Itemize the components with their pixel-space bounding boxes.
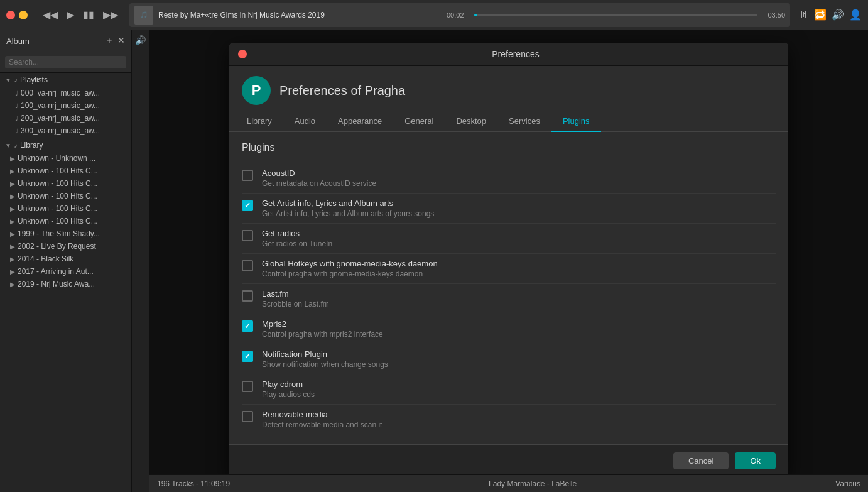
- repeat-icon[interactable]: 🔁: [814, 9, 827, 21]
- tab-desktop[interactable]: Desktop: [445, 111, 497, 132]
- library-icon-2: ▶: [10, 180, 15, 187]
- library-item-6[interactable]: ▶ 1999 - The Slim Shady...: [0, 227, 131, 240]
- plugin-name-3: Global Hotkeys with gnome-media-keys dae…: [262, 259, 776, 268]
- user-icon[interactable]: 👤: [849, 9, 862, 21]
- equalizer-icon[interactable]: 🎚: [799, 9, 809, 21]
- search-input[interactable]: [5, 56, 126, 68]
- playlist-item-3[interactable]: ♩ 300_va-nrj_music_aw...: [0, 124, 131, 137]
- tab-general[interactable]: General: [393, 111, 445, 132]
- volume-strip-icon[interactable]: 🔊: [135, 35, 146, 45]
- tab-services[interactable]: Services: [497, 111, 551, 132]
- plugin-checkbox-7[interactable]: [242, 381, 253, 392]
- plugin-info-8: Removable media Detect removable media a…: [262, 410, 776, 429]
- track-thumbnail: 🎵: [134, 6, 153, 25]
- plugin-checkbox-4[interactable]: [242, 290, 253, 302]
- library-label-9: 2017 - Arriving in Aut...: [18, 267, 94, 276]
- track-title: Reste by Ma+«tre Gims in Nrj Music Award…: [158, 11, 442, 19]
- plugin-checkbox-2[interactable]: [242, 230, 253, 241]
- plugin-name-2: Get radios: [262, 229, 776, 238]
- plugin-checkbox-1[interactable]: [242, 200, 253, 211]
- playlist-label-3: 300_va-nrj_music_aw...: [21, 126, 100, 135]
- preferences-modal: Preferences P Preferences of Pragha Libr…: [229, 43, 788, 477]
- plugin-checkbox-6[interactable]: [242, 351, 253, 362]
- music-note-icon: ♪: [14, 75, 18, 84]
- sidebar-header-icons: ＋ ✕: [105, 35, 125, 46]
- ok-button[interactable]: Ok: [735, 452, 776, 469]
- plugin-desc-4: Scrobble on Last.fm: [262, 300, 776, 309]
- plugin-name-0: AcoustID: [262, 168, 776, 178]
- plugin-desc-3: Control pragha with gnome-media-keys dae…: [262, 270, 776, 278]
- library-header[interactable]: ▼ ♪ Library: [0, 138, 131, 152]
- progress-bar[interactable]: [474, 14, 757, 16]
- library-item-8[interactable]: ▶ 2014 - Black Silk: [0, 253, 131, 265]
- plugin-desc-8: Detect removable media and scan it: [262, 420, 776, 429]
- top-bar-icons: 🎚 🔁 🔊 👤: [799, 9, 862, 21]
- modal-close-button[interactable]: [238, 50, 247, 58]
- library-item-3[interactable]: ▶ Unknown - 100 Hits C...: [0, 190, 131, 202]
- library-label-7: 2002 - Live By Request: [18, 242, 96, 251]
- prev-button[interactable]: ◀◀: [40, 8, 60, 22]
- playlist-icon-2: ♩: [15, 115, 18, 122]
- library-label: Library: [20, 141, 43, 150]
- library-icon-8: ▶: [10, 256, 15, 263]
- plugin-name-7: Play cdrom: [262, 380, 776, 389]
- tab-library[interactable]: Library: [236, 111, 283, 132]
- sidebar-title: Album: [6, 36, 30, 46]
- plugin-checkbox-0[interactable]: [242, 170, 253, 181]
- playlist-item-1[interactable]: ♩ 100_va-nrj_music_aw...: [0, 99, 131, 112]
- play-button[interactable]: ▶: [64, 8, 77, 22]
- library-item-4[interactable]: ▶ Unknown - 100 Hits C...: [0, 202, 131, 215]
- top-bar: ◀◀ ▶ ▮▮ ▶▶ 🎵 Reste by Ma+«tre Gims in Nr…: [0, 0, 868, 30]
- library-item-7[interactable]: ▶ 2002 - Live By Request: [0, 240, 131, 253]
- modal-title: Preferences: [252, 49, 779, 59]
- plugins-content: Plugins AcoustID Get metadata on AcoustI…: [229, 132, 788, 444]
- plugin-name-1: Get Artist info, Lyrics and Album arts: [262, 199, 776, 208]
- library-item-0[interactable]: ▶ Unknown - Unknown ...: [0, 152, 131, 165]
- tracks-info: 196 Tracks - 11:09:19: [157, 479, 230, 488]
- library-icon-5: ▶: [10, 218, 15, 225]
- tab-audio[interactable]: Audio: [283, 111, 327, 132]
- playlist-icon-0: ♩: [15, 90, 18, 97]
- library-item-9[interactable]: ▶ 2017 - Arriving in Aut...: [0, 265, 131, 278]
- plugin-checkbox-5[interactable]: [242, 320, 253, 332]
- playlist-label-1: 100_va-nrj_music_aw...: [21, 101, 100, 110]
- library-label-5: Unknown - 100 Hits C...: [18, 217, 97, 226]
- plugins-section-title: Plugins: [242, 142, 776, 153]
- stop-button[interactable]: ▮▮: [80, 8, 97, 22]
- main-layout: Album ＋ ✕ ▼ ♪ Playlists ♩ 000_va-nrj_mus…: [0, 30, 868, 492]
- playlist-item-0[interactable]: ♩ 000_va-nrj_music_aw...: [0, 87, 131, 99]
- library-label-6: 1999 - The Slim Shady...: [18, 229, 100, 238]
- plugin-checkbox-8[interactable]: [242, 411, 253, 422]
- plugin-row-0: AcoustID Get metadata on AcoustID servic…: [242, 163, 776, 194]
- tab-appearance[interactable]: Appearance: [327, 111, 393, 132]
- library-icon-6: ▶: [10, 231, 15, 238]
- modal-body: P Preferences of Pragha Library Audio Ap…: [229, 66, 788, 477]
- window-minimize-button[interactable]: [19, 11, 28, 19]
- plugin-info-2: Get radios Get radios on TuneIn: [262, 229, 776, 248]
- plugin-row-3: Global Hotkeys with gnome-media-keys dae…: [242, 254, 776, 284]
- plugin-row-4: Last.fm Scrobble on Last.fm: [242, 284, 776, 314]
- playlist-icon-1: ♩: [15, 102, 18, 109]
- plugin-row-6: Notification Plugin Show notification wh…: [242, 344, 776, 374]
- volume-icon[interactable]: 🔊: [832, 9, 844, 21]
- sidebar-add-icon[interactable]: ＋: [105, 35, 114, 46]
- cancel-button[interactable]: Cancel: [673, 452, 729, 469]
- app-name: Preferences of Pragha: [279, 84, 405, 98]
- window-close-button[interactable]: [6, 11, 15, 19]
- next-button[interactable]: ▶▶: [100, 8, 121, 22]
- playlist-label-2: 200_va-nrj_music_aw...: [21, 114, 100, 123]
- library-item-2[interactable]: ▶ Unknown - 100 Hits C...: [0, 177, 131, 190]
- plugin-row-1: Get Artist info, Lyrics and Album arts G…: [242, 194, 776, 224]
- library-label-0: Unknown - Unknown ...: [18, 154, 95, 163]
- modal-titlebar: Preferences: [229, 43, 788, 66]
- playlist-item-2[interactable]: ♩ 200_va-nrj_music_aw...: [0, 112, 131, 124]
- artist-name: Various: [835, 479, 860, 488]
- library-item-10[interactable]: ▶ 2019 - Nrj Music Awa...: [0, 278, 131, 290]
- plugin-desc-7: Play audios cds: [262, 390, 776, 399]
- plugin-checkbox-3[interactable]: [242, 260, 253, 271]
- library-item-5[interactable]: ▶ Unknown - 100 Hits C...: [0, 215, 131, 227]
- sidebar-close-icon[interactable]: ✕: [117, 35, 125, 46]
- playlists-header[interactable]: ▼ ♪ Playlists: [0, 73, 131, 87]
- library-item-1[interactable]: ▶ Unknown - 100 Hits C...: [0, 165, 131, 177]
- tab-plugins[interactable]: Plugins: [551, 111, 601, 132]
